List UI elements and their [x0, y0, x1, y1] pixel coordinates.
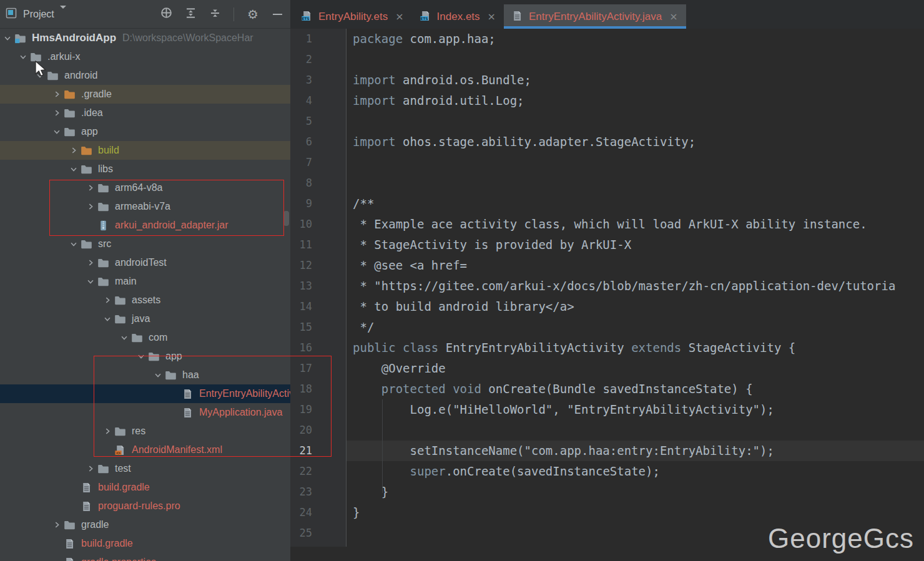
chevron-spacer: [49, 539, 64, 549]
chevron-right-icon[interactable]: [83, 258, 97, 268]
chevron-right-icon[interactable]: [66, 145, 81, 155]
tree-row[interactable]: proguard-rules.pro: [0, 497, 290, 515]
tree-row[interactable]: main: [0, 272, 290, 291]
code-line: [353, 111, 924, 132]
tree-item-label: build.gradle: [98, 482, 150, 493]
chevron-right-icon[interactable]: [100, 295, 114, 305]
line-number: 6: [290, 132, 312, 152]
line-number: 1: [290, 29, 312, 49]
editor-tab-bar: ETSEntryAbility.ets×ETSIndex.ets×EntryEn…: [290, 0, 924, 29]
collapse-all-button[interactable]: [208, 7, 222, 21]
code-line: super.onCreate(savedInstanceState);: [353, 461, 924, 482]
chevron-down-icon[interactable]: [66, 239, 81, 249]
tree-row[interactable]: HmsAndroidAppD:\workspace\WorkSpaceHar: [0, 29, 290, 47]
gear-icon: ⚙: [247, 8, 258, 21]
chevron-down-icon[interactable]: [49, 127, 64, 137]
line-number: 25: [290, 523, 312, 544]
editor-gutter[interactable]: 1234567891011121314151617181920212223242…: [290, 29, 346, 547]
tree-item-label: build.gradle: [81, 538, 133, 549]
chevron-down-icon[interactable]: [0, 33, 14, 43]
tree-row[interactable]: src: [0, 235, 290, 253]
close-icon[interactable]: ×: [669, 11, 677, 22]
line-number: 10: [290, 214, 312, 235]
tree-row[interactable]: java: [0, 310, 290, 328]
tree-row[interactable]: libs: [0, 160, 290, 178]
chevron-right-icon[interactable]: [83, 464, 97, 474]
folder-icon: [97, 258, 109, 268]
code-line: */: [353, 317, 924, 338]
chevron-down-icon[interactable]: [100, 314, 114, 324]
tree-row[interactable]: com: [0, 328, 290, 347]
gradle-file-icon: [81, 482, 92, 493]
tree-row[interactable]: test: [0, 459, 290, 478]
folder-icon: [114, 314, 126, 324]
ets-file-icon: ETS: [302, 11, 313, 22]
settings-gear-button[interactable]: ⚙: [246, 7, 260, 21]
chevron-right-icon[interactable]: [49, 89, 64, 99]
tree-row[interactable]: build.gradle: [0, 534, 290, 553]
tree-item-label: libs: [98, 163, 113, 175]
chevron-down-icon[interactable]: [117, 333, 131, 343]
editor-area: ETSEntryAbility.ets×ETSIndex.ets×EntryEn…: [290, 0, 924, 561]
folder-icon: [64, 520, 76, 530]
gradle-file-icon: [64, 539, 76, 549]
svg-text:ETS: ETS: [302, 17, 310, 21]
tree-row[interactable]: gradle: [0, 515, 290, 534]
expand-all-button[interactable]: [184, 7, 197, 21]
code-line: }: [353, 482, 924, 502]
code-line: * to build android library</a>: [353, 296, 924, 317]
project-tree[interactable]: HmsAndroidAppD:\workspace\WorkSpaceHar.a…: [0, 29, 290, 561]
code-line: protected void onCreate(Bundle savedInst…: [353, 379, 924, 399]
tree-item-label: proguard-rules.pro: [98, 500, 180, 512]
chevron-down-icon[interactable]: [16, 52, 30, 62]
editor-tab[interactable]: ETSIndex.ets×: [412, 4, 504, 29]
line-number: 9: [290, 193, 312, 214]
folder-icon: [114, 295, 126, 306]
close-icon[interactable]: ×: [488, 11, 496, 22]
line-number: 3: [290, 70, 312, 90]
line-number: 7: [290, 152, 312, 173]
tab-label: Index.ets: [437, 11, 480, 23]
hide-panel-button[interactable]: [270, 7, 284, 21]
line-number: 2: [290, 49, 312, 70]
line-number: 4: [290, 90, 312, 111]
chevron-right-icon[interactable]: [49, 108, 64, 118]
project-dropdown[interactable]: [60, 9, 66, 20]
tree-row[interactable]: gradle.properties: [0, 553, 290, 561]
locate-button[interactable]: [159, 7, 173, 21]
tree-row[interactable]: assets: [0, 291, 290, 310]
minus-icon: [273, 14, 282, 15]
tree-item-label: build: [98, 145, 119, 156]
editor-tab[interactable]: EntryEntryAbilityActivity.java×: [504, 4, 686, 29]
code-editor[interactable]: 1234567891011121314151617181920212223242…: [290, 29, 924, 561]
close-icon[interactable]: ×: [395, 11, 403, 22]
chevron-spacer: [66, 501, 81, 511]
toolbar-separator: [233, 7, 234, 21]
annotation-box: [49, 180, 284, 236]
code-line: package com.app.haa;: [353, 29, 924, 49]
code-line: * "https://gitee.com/arkui-x/docs/blob/m…: [353, 276, 924, 296]
tree-row[interactable]: .gradle: [0, 85, 290, 104]
tree-row[interactable]: app: [0, 122, 290, 141]
tree-row[interactable]: androidTest: [0, 253, 290, 272]
mouse-cursor-icon: [34, 61, 48, 80]
line-number: 11: [290, 235, 312, 255]
tree-item-label: .gradle: [81, 89, 112, 100]
code-line: Log.e("HiHelloWorld", "EntryEntryAbility…: [353, 399, 924, 420]
panel-toolbar: ⚙: [159, 7, 284, 21]
line-number: 8: [290, 173, 312, 193]
editor-tab[interactable]: ETSEntryAbility.ets×: [293, 4, 412, 29]
chevron-down-icon[interactable]: [66, 164, 81, 174]
tree-row[interactable]: build: [0, 141, 290, 160]
tree-item-label: assets: [132, 295, 160, 306]
gradle-file-icon: [64, 557, 76, 561]
chevron-down-icon[interactable]: [83, 276, 97, 286]
chevron-right-icon[interactable]: [49, 520, 64, 530]
code-line: [353, 420, 924, 441]
tree-row[interactable]: .idea: [0, 104, 290, 122]
line-number: 22: [290, 461, 312, 482]
watermark-text: GeorgeGcs: [768, 523, 914, 554]
tree-scrollbar[interactable]: [283, 211, 289, 226]
folder-icon: [47, 71, 59, 81]
tree-row[interactable]: build.gradle: [0, 478, 290, 497]
